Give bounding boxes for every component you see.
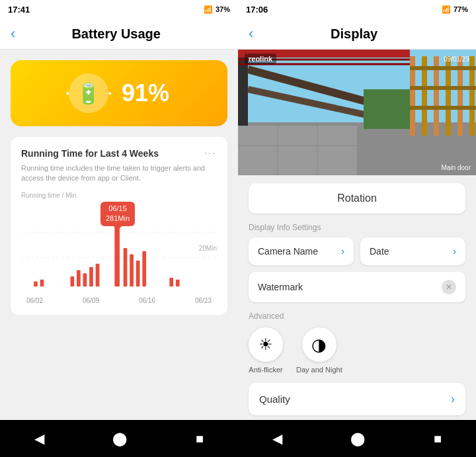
advanced-title: Advanced bbox=[249, 312, 465, 321]
camera-overlay: reolink 09/01/29 Main door bbox=[238, 50, 476, 175]
display-content: Rotation Display Info Settings Camera Na… bbox=[238, 175, 476, 420]
signal-icon: 📶 bbox=[204, 5, 213, 14]
watermark-label: Watermark bbox=[258, 282, 303, 292]
nav-bar-left: ◀ ⬤ ■ bbox=[0, 420, 238, 457]
nav-square-left[interactable]: ■ bbox=[196, 431, 204, 446]
header-right: ‹ Display bbox=[238, 19, 476, 50]
svg-rect-12 bbox=[136, 261, 140, 286]
running-title: Running Time for Last 4 Weeks bbox=[21, 148, 159, 159]
status-icons-left: 📶 37% bbox=[204, 5, 230, 14]
back-button-left[interactable]: ‹ bbox=[11, 25, 15, 42]
status-bar-right: 17:06 📶 77% bbox=[238, 0, 476, 19]
svg-rect-14 bbox=[169, 278, 173, 286]
right-panel: 17:06 📶 77% ‹ Display bbox=[238, 0, 476, 457]
svg-rect-3 bbox=[40, 280, 44, 287]
status-icons-right: 📶 77% bbox=[442, 5, 468, 14]
left-panel: 17:41 📶 37% ‹ Battery Usage ✦ 🔋 ✦ 91% bbox=[0, 0, 238, 457]
chart-x-labels: 06/02 06/09 06/16 06/23 bbox=[21, 294, 217, 304]
rotation-button[interactable]: Rotation bbox=[249, 183, 465, 214]
axis-label: Running time / Min bbox=[21, 192, 217, 199]
svg-rect-10 bbox=[124, 248, 128, 286]
running-header: Running Time for Last 4 Weeks ··· bbox=[21, 147, 217, 159]
quality-chevron: › bbox=[451, 392, 455, 406]
x-label-1: 06/02 bbox=[26, 297, 43, 304]
battery-percent: 91% bbox=[122, 79, 169, 107]
dots-menu[interactable]: ··· bbox=[204, 147, 217, 159]
x-label-4: 06/23 bbox=[195, 297, 212, 304]
running-section: Running Time for Last 4 Weeks ··· Runnin… bbox=[11, 137, 227, 315]
svg-rect-6 bbox=[83, 273, 87, 286]
camera-top-bar: reolink 09/01/29 bbox=[238, 50, 476, 68]
x-label-2: 06/09 bbox=[83, 297, 99, 304]
advanced-icons: ☀ Anti-flicker ◑ Day and Night bbox=[249, 327, 465, 374]
running-desc: Running time includes the time taken to … bbox=[21, 163, 217, 184]
day-night-label: Day and Night bbox=[296, 366, 342, 374]
svg-rect-4 bbox=[70, 276, 74, 286]
svg-rect-8 bbox=[96, 264, 100, 286]
display-info-title: Display Info Settings bbox=[249, 223, 465, 232]
nav-home-right[interactable]: ⬤ bbox=[350, 431, 365, 446]
svg-rect-13 bbox=[142, 251, 146, 286]
status-time-right: 17:06 bbox=[246, 5, 268, 15]
nav-bar-right: ◀ ⬤ ■ bbox=[238, 420, 476, 457]
antiflicker-item[interactable]: ☀ Anti-flicker bbox=[249, 327, 283, 374]
content-left: ✦ 🔋 ✦ 91% Running Time for Last 4 Weeks … bbox=[0, 50, 238, 420]
svg-rect-11 bbox=[130, 254, 134, 286]
tooltip-date: 06/15 bbox=[106, 204, 130, 214]
status-time-left: 17:41 bbox=[8, 5, 30, 15]
svg-rect-2 bbox=[34, 281, 38, 286]
nav-home-left[interactable]: ⬤ bbox=[112, 431, 127, 446]
chart-tooltip: 06/15 281Min bbox=[100, 202, 135, 226]
antiflicker-label: Anti-flicker bbox=[249, 366, 282, 374]
tooltip-value: 281Min bbox=[106, 214, 130, 224]
battery-icon: 🔋 bbox=[76, 82, 100, 105]
day-night-icon: ◑ bbox=[311, 335, 327, 355]
quality-label: Quality bbox=[259, 394, 290, 405]
sun-right-icon: ✦ bbox=[107, 90, 112, 97]
back-button-right[interactable]: ‹ bbox=[249, 25, 253, 42]
camera-name-label: Camera Name bbox=[258, 246, 318, 257]
date-button[interactable]: Date › bbox=[360, 237, 465, 265]
antiflicker-icon: ☀ bbox=[258, 335, 273, 354]
day-night-item[interactable]: ◑ Day and Night bbox=[296, 327, 342, 374]
day-night-icon-circle: ◑ bbox=[302, 327, 337, 362]
page-title-left: Battery Usage bbox=[20, 26, 212, 42]
battery-status-left: 37% bbox=[216, 5, 230, 13]
quality-row[interactable]: Quality › bbox=[249, 383, 465, 415]
antiflicker-icon-circle: ☀ bbox=[249, 327, 283, 362]
nav-square-right[interactable]: ■ bbox=[434, 431, 442, 446]
nav-back-left[interactable]: ◀ bbox=[34, 431, 44, 446]
svg-rect-7 bbox=[89, 267, 93, 286]
x-label-3: 06/16 bbox=[139, 297, 155, 304]
camera-timestamp: 09/01/29 bbox=[444, 56, 469, 63]
chart-container: 06/15 281Min bbox=[21, 202, 217, 294]
page-title-right: Display bbox=[258, 26, 450, 42]
camera-name-button[interactable]: Camera Name › bbox=[249, 237, 354, 265]
header-left: ‹ Battery Usage bbox=[0, 19, 238, 50]
battery-top: ✦ 🔋 ✦ 91% bbox=[69, 73, 169, 113]
svg-rect-5 bbox=[77, 270, 81, 286]
battery-icon-container: ✦ 🔋 ✦ bbox=[69, 73, 108, 113]
camera-name-chevron: › bbox=[341, 245, 344, 257]
sun-left-icon: ✦ bbox=[65, 90, 70, 97]
date-chevron: › bbox=[453, 245, 456, 257]
signal-icon-right: 📶 bbox=[442, 5, 451, 14]
watermark-button[interactable]: Watermark ✕ bbox=[249, 272, 465, 302]
camera-feed: reolink 09/01/29 Main door bbox=[238, 50, 476, 175]
battery-card: ✦ 🔋 ✦ 91% bbox=[11, 60, 227, 126]
y-label-right: 20Min bbox=[199, 244, 217, 251]
battery-status-right: 77% bbox=[454, 5, 468, 13]
reolink-logo: reolink bbox=[245, 54, 276, 64]
info-buttons: Camera Name › Date › bbox=[249, 237, 465, 265]
camera-label: Main door bbox=[442, 164, 471, 171]
watermark-x-icon: ✕ bbox=[442, 280, 456, 294]
nav-back-right[interactable]: ◀ bbox=[272, 431, 282, 446]
status-bar-left: 17:41 📶 37% bbox=[0, 0, 238, 19]
svg-rect-15 bbox=[176, 280, 180, 287]
date-label: Date bbox=[370, 246, 389, 257]
